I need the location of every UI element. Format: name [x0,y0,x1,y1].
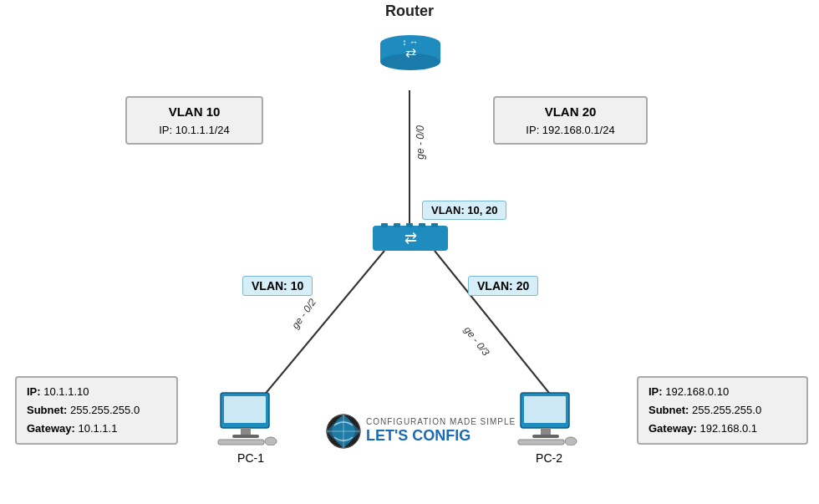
pc2-ip: IP: 192.168.0.10 [649,383,796,401]
logo-area: CONFIGURATION MADE SIMPLE LET'S CONFIG [326,414,516,449]
line-label-switch-pc2: ge - 0/3 [461,324,491,359]
vlan20-box: VLAN 20 IP: 192.168.0.1/24 [493,96,648,145]
pc2-subnet: Subnet: 255.255.255.0 [649,401,796,420]
svg-text:↕ ↔: ↕ ↔ [402,37,419,47]
vlan10-title: VLAN 10 [137,103,252,122]
vlan10-detail: IP: 10.1.1.1/24 [137,122,252,139]
line-label-switch-pc1: ge - 0/2 [289,297,318,331]
access-vlan10-label: VLAN: 10 [242,276,313,296]
svg-text:⇄: ⇄ [405,45,416,59]
pc2-info-box: IP: 192.168.0.10 Subnet: 255.255.255.0 G… [637,376,808,445]
logo-brand: LET'S CONFIG [366,426,516,445]
trunk-vlan-label: VLAN: 10, 20 [422,201,506,220]
svg-rect-22 [524,396,566,423]
pc1-label: PC-1 [226,451,276,465]
svg-rect-12 [406,223,413,227]
svg-rect-16 [224,396,266,423]
svg-line-2 [435,251,556,401]
line-label-router-switch: ge - 0/0 [415,125,426,160]
pc1-ip: IP: 10.1.1.10 [27,383,166,401]
svg-line-1 [259,251,384,401]
svg-rect-13 [419,223,425,227]
svg-rect-19 [218,440,264,445]
svg-point-20 [265,437,277,445]
svg-rect-24 [532,435,559,438]
pc2-gateway: Gateway: 192.168.0.1 [649,420,796,438]
pc1-gateway: Gateway: 10.1.1.1 [27,420,166,438]
pc2-label: PC-2 [524,451,574,465]
pc1-icon [214,391,281,445]
svg-rect-11 [394,223,400,227]
svg-rect-23 [541,428,551,435]
pc2-icon [514,391,581,445]
logo-text: CONFIGURATION MADE SIMPLE LET'S CONFIG [366,417,516,445]
switch-icon: ⇄ [373,221,448,263]
svg-point-26 [565,437,577,445]
logo-tagline: CONFIGURATION MADE SIMPLE [366,417,516,426]
svg-rect-14 [431,223,438,227]
svg-rect-17 [241,428,251,435]
svg-text:⇄: ⇄ [404,230,417,247]
network-diagram: Router ⇄ ↕ ↔ VLAN 10 IP: 10.1.1.1/24 VLA… [0,0,819,504]
router-icon: ⇄ ↕ ↔ [377,33,444,84]
vlan20-title: VLAN 20 [505,103,636,122]
svg-rect-18 [232,435,259,438]
svg-rect-25 [518,440,564,445]
svg-rect-10 [381,223,388,227]
router-label: Router [365,3,454,20]
access-vlan20-label: VLAN: 20 [468,276,538,296]
logo-icon [326,414,361,449]
pc1-info-box: IP: 10.1.1.10 Subnet: 255.255.255.0 Gate… [15,376,178,445]
pc1-subnet: Subnet: 255.255.255.0 [27,401,166,420]
vlan10-box: VLAN 10 IP: 10.1.1.1/24 [125,96,263,145]
vlan20-detail: IP: 192.168.0.1/24 [505,122,636,139]
